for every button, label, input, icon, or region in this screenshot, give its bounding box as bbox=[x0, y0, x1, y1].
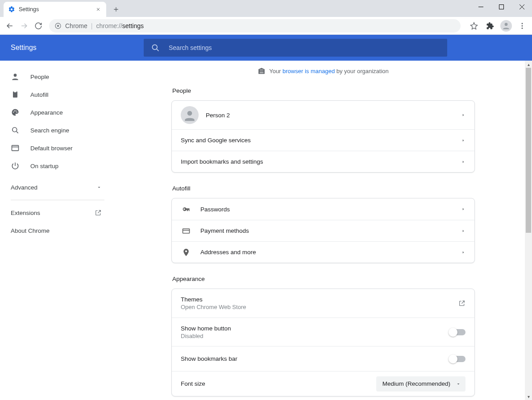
select-value: Medium (Recommended) bbox=[382, 380, 450, 387]
scrollbar-track[interactable]: ▴ ▾ bbox=[525, 61, 532, 400]
row-label: Show home button bbox=[181, 325, 449, 332]
settings-header: Settings Search settings bbox=[0, 35, 532, 61]
row-label: Passwords bbox=[200, 206, 461, 213]
sidebar-item-extensions[interactable]: Extensions bbox=[0, 204, 114, 222]
sidebar-item-search-engine[interactable]: Search engine bbox=[0, 121, 114, 139]
sidebar-item-default-browser[interactable]: Default browser bbox=[0, 139, 114, 157]
chrome-icon bbox=[54, 22, 62, 29]
search-settings-input[interactable]: Search settings bbox=[144, 39, 447, 57]
svg-point-15 bbox=[12, 128, 17, 132]
browser-icon bbox=[11, 144, 20, 153]
divider bbox=[11, 200, 104, 200]
row-label: Import bookmarks and settings bbox=[181, 158, 461, 165]
search-icon bbox=[11, 126, 20, 135]
chevron-right-icon bbox=[461, 113, 466, 117]
browser-tab[interactable]: Settings bbox=[4, 2, 106, 17]
row-sublabel: Open Chrome Web Store bbox=[181, 304, 458, 310]
row-label: Payment methods bbox=[200, 227, 461, 234]
svg-point-5 bbox=[522, 25, 523, 26]
sidebar-item-advanced[interactable]: Advanced bbox=[0, 178, 114, 196]
svg-point-12 bbox=[14, 111, 15, 111]
section-title-appearance: Appearance bbox=[172, 276, 475, 282]
font-size-row: Font size Medium (Recommended) bbox=[172, 371, 474, 396]
chevron-down-icon bbox=[96, 185, 102, 190]
bookmarks-bar-row: Show bookmarks bar bbox=[172, 346, 474, 371]
sidebar-label: Default browser bbox=[30, 145, 73, 152]
settings-title: Settings bbox=[11, 44, 144, 52]
omnibox-chip-label: Chrome bbox=[65, 22, 87, 29]
chevron-down-icon bbox=[456, 381, 461, 387]
person-icon bbox=[11, 72, 20, 81]
back-button[interactable] bbox=[3, 19, 17, 33]
import-row[interactable]: Import bookmarks and settings bbox=[172, 151, 474, 172]
minimize-button[interactable] bbox=[470, 0, 491, 13]
profile-row[interactable]: Person 2 bbox=[172, 101, 474, 129]
bookmarks-bar-toggle[interactable] bbox=[449, 356, 466, 362]
sidebar-label: About Chrome bbox=[11, 227, 50, 234]
home-button-toggle[interactable] bbox=[449, 329, 466, 335]
svg-point-14 bbox=[17, 112, 17, 113]
extensions-icon[interactable] bbox=[483, 19, 497, 33]
address-bar[interactable]: Chrome | chrome://settings bbox=[49, 19, 461, 33]
palette-icon bbox=[11, 108, 20, 117]
sidebar-item-autofill[interactable]: Autofill bbox=[0, 86, 114, 103]
svg-point-8 bbox=[14, 74, 17, 77]
settings-sidebar: People Autofill Appearance Search engine… bbox=[0, 61, 114, 400]
svg-rect-9 bbox=[13, 91, 17, 97]
search-placeholder: Search settings bbox=[169, 44, 212, 51]
sidebar-item-people[interactable]: People bbox=[0, 68, 114, 86]
settings-main: Your browser is managed by your organiza… bbox=[114, 61, 532, 400]
svg-rect-0 bbox=[499, 4, 503, 9]
managed-banner: Your browser is managed by your organiza… bbox=[171, 61, 475, 83]
passwords-row[interactable]: Passwords bbox=[172, 198, 474, 220]
reload-button[interactable] bbox=[31, 19, 46, 33]
themes-row[interactable]: Themes Open Chrome Web Store bbox=[172, 289, 474, 318]
new-tab-button[interactable] bbox=[110, 3, 122, 16]
section-title-autofill: Autofill bbox=[172, 185, 475, 192]
location-icon bbox=[181, 247, 191, 258]
svg-point-4 bbox=[522, 23, 523, 24]
card-icon bbox=[181, 226, 191, 236]
home-button-row: Show home button Disabled bbox=[172, 318, 474, 346]
bookmark-star-icon[interactable] bbox=[467, 19, 481, 33]
svg-rect-16 bbox=[12, 145, 19, 151]
appearance-card: Themes Open Chrome Web Store Show home b… bbox=[171, 289, 475, 396]
avatar-icon bbox=[181, 106, 199, 124]
sidebar-item-on-startup[interactable]: On startup bbox=[0, 157, 114, 175]
key-icon bbox=[181, 204, 191, 214]
svg-rect-18 bbox=[183, 229, 190, 233]
addresses-row[interactable]: Addresses and more bbox=[172, 241, 474, 263]
font-size-select[interactable]: Medium (Recommended) bbox=[376, 376, 466, 392]
svg-rect-10 bbox=[14, 91, 17, 92]
sidebar-item-about[interactable]: About Chrome bbox=[0, 222, 114, 239]
close-window-button[interactable] bbox=[511, 0, 532, 13]
sidebar-label: Extensions bbox=[11, 210, 40, 216]
browser-toolbar: Chrome | chrome://settings bbox=[0, 17, 532, 35]
close-tab-icon[interactable] bbox=[95, 6, 102, 13]
tab-title: Settings bbox=[19, 6, 39, 12]
window-titlebar: Settings bbox=[0, 0, 532, 17]
row-sublabel: Disabled bbox=[181, 333, 449, 339]
scrollbar-thumb[interactable] bbox=[526, 68, 531, 233]
profile-avatar[interactable] bbox=[499, 19, 513, 33]
banner-prefix: Your bbox=[269, 68, 283, 74]
forward-button[interactable] bbox=[17, 19, 31, 33]
scroll-up-arrow[interactable]: ▴ bbox=[525, 61, 532, 68]
svg-point-17 bbox=[187, 111, 192, 116]
chevron-right-icon bbox=[461, 250, 466, 255]
payment-row[interactable]: Payment methods bbox=[172, 220, 474, 241]
menu-button[interactable] bbox=[515, 19, 529, 33]
sidebar-label: People bbox=[30, 74, 49, 80]
search-icon bbox=[151, 43, 160, 52]
row-label: Addresses and more bbox=[200, 249, 461, 256]
clipboard-icon bbox=[11, 90, 20, 99]
maximize-button[interactable] bbox=[491, 0, 511, 13]
managed-link[interactable]: browser is managed bbox=[283, 68, 335, 74]
scroll-down-arrow[interactable]: ▾ bbox=[525, 393, 532, 400]
sidebar-label: Appearance bbox=[30, 109, 63, 116]
row-label: Show bookmarks bar bbox=[181, 355, 449, 362]
sidebar-label: Advanced bbox=[11, 184, 37, 191]
sync-row[interactable]: Sync and Google services bbox=[172, 129, 474, 151]
sidebar-item-appearance[interactable]: Appearance bbox=[0, 103, 114, 121]
sidebar-label: On startup bbox=[30, 163, 58, 169]
